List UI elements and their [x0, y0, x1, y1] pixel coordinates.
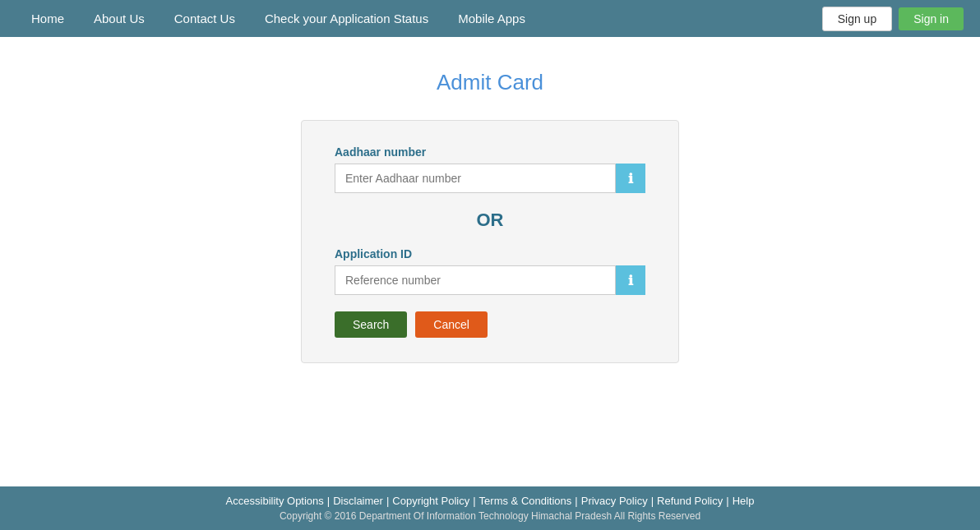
navbar-actions: Sign up Sign in — [822, 7, 964, 31]
application-id-input[interactable] — [335, 265, 616, 295]
sep-4: | — [575, 495, 577, 507]
application-id-input-group: ℹ — [335, 265, 645, 295]
sep-2: | — [386, 495, 389, 507]
application-id-info-button[interactable]: ℹ — [616, 265, 645, 295]
search-button[interactable]: Search — [335, 311, 407, 338]
cancel-button[interactable]: Cancel — [415, 311, 488, 338]
aadhaar-info-button[interactable]: ℹ — [616, 164, 645, 193]
sep-5: | — [651, 495, 654, 507]
aadhaar-label: Aadhaar number — [335, 145, 645, 159]
nav-home[interactable]: Home — [16, 0, 79, 37]
form-buttons: Search Cancel — [335, 311, 645, 338]
footer-terms-conditions[interactable]: Terms & Conditions — [479, 495, 572, 507]
signup-button[interactable]: Sign up — [822, 7, 892, 31]
signin-button[interactable]: Sign in — [899, 7, 964, 30]
footer-copyright: Copyright © 2016 Department Of Informati… — [8, 510, 972, 522]
aadhaar-input-group: ℹ — [335, 164, 645, 193]
footer-refund-policy[interactable]: Refund Policy — [657, 495, 723, 507]
info-icon: ℹ — [628, 171, 633, 187]
footer: Accessibility Options | Disclaimer | Cop… — [0, 486, 980, 530]
navbar: Home About Us Contact Us Check your Appl… — [0, 0, 980, 37]
info-icon-2: ℹ — [628, 273, 633, 288]
nav-about-us[interactable]: About Us — [79, 0, 159, 37]
sep-1: | — [327, 495, 330, 507]
footer-links: Accessibility Options | Disclaimer | Cop… — [8, 495, 972, 507]
sep-6: | — [726, 495, 728, 507]
or-divider: OR — [335, 210, 645, 231]
application-id-label: Application ID — [335, 247, 645, 260]
footer-accessibility-options[interactable]: Accessibility Options — [226, 495, 324, 507]
footer-help[interactable]: Help — [733, 495, 755, 507]
main-content: Admit Card Aadhaar number ℹ OR Applicati… — [0, 37, 980, 486]
nav-check-application-status[interactable]: Check your Application Status — [250, 0, 443, 37]
nav-mobile-apps[interactable]: Mobile Apps — [443, 0, 540, 37]
footer-copyright-policy[interactable]: Copyright Policy — [392, 495, 469, 507]
page-title: Admit Card — [437, 70, 543, 95]
nav-links: Home About Us Contact Us Check your Appl… — [16, 0, 822, 37]
form-card: Aadhaar number ℹ OR Application ID ℹ Sea… — [301, 120, 679, 363]
sep-3: | — [473, 495, 475, 507]
aadhaar-input[interactable] — [335, 164, 616, 193]
nav-contact-us[interactable]: Contact Us — [159, 0, 250, 37]
footer-privacy-policy[interactable]: Privacy Policy — [581, 495, 648, 507]
footer-disclaimer[interactable]: Disclaimer — [333, 495, 383, 507]
